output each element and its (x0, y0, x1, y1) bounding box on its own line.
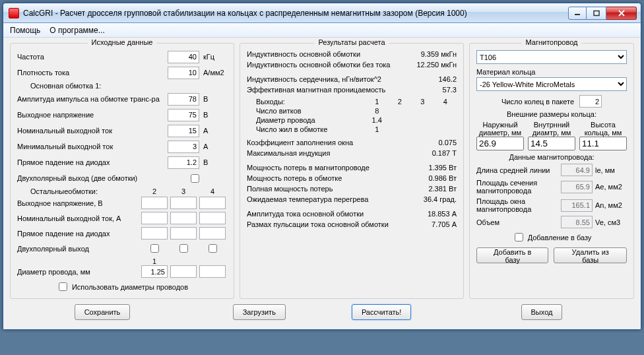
calc-button[interactable]: Рассчитать! (352, 304, 411, 320)
res-ptot: 2.381 Вт (410, 185, 457, 193)
exit-button[interactable]: Выход (521, 304, 563, 320)
bipolar-checkbox[interactable] (191, 174, 199, 183)
iout-input[interactable] (168, 125, 199, 137)
ovd-4[interactable] (199, 227, 226, 240)
primary-winding-head: Основная обмотка 1: (17, 82, 227, 90)
add-db-checkbox[interactable] (515, 233, 523, 242)
h-input (579, 137, 627, 150)
res-L0: 12.250 мкГн (410, 61, 457, 69)
ovo-3[interactable] (170, 197, 197, 209)
obip-3[interactable] (179, 244, 188, 253)
od-input (476, 137, 524, 150)
ext-sizes-head: Внешние размеры кольца: (476, 110, 627, 118)
res-mu: 57.3 (410, 86, 457, 94)
add-db-label: Добавление в базу (528, 234, 592, 242)
id-input (528, 137, 575, 150)
iout-label: Номинальный выходной ток (17, 127, 168, 135)
obip-label: Двухполярный выход (17, 245, 140, 253)
material-select[interactable]: -26 Yellow-White MicroMetals (476, 77, 627, 91)
material-label: Материал кольца (476, 68, 627, 76)
oin-4[interactable] (199, 212, 226, 224)
group-input-title: Исходные данные (88, 38, 157, 46)
amp-label: Амплитуда импульса на обмотке транс-ра (17, 95, 168, 103)
load-button[interactable]: Загрузить (233, 304, 286, 320)
vout-input[interactable] (168, 109, 199, 121)
ve-input (561, 216, 593, 228)
ovo-2[interactable] (141, 197, 168, 209)
res-fill: 0.075 (410, 139, 457, 146)
use-diam-checkbox[interactable] (59, 282, 67, 291)
obip-2[interactable] (150, 244, 159, 253)
dw-2[interactable] (170, 265, 197, 278)
group-input: Исходные данные Частота кГц Плотность то… (10, 43, 234, 299)
stack-input[interactable] (579, 95, 602, 108)
vdiode-label: Прямое падение на диодах (17, 158, 168, 166)
others-head: Остальныеобмотки: (17, 187, 140, 195)
le-input (561, 164, 593, 176)
ae-input (561, 181, 593, 193)
freq-label: Частота (17, 53, 168, 61)
vdiode-input[interactable] (168, 156, 199, 169)
amp-input[interactable] (168, 93, 199, 106)
res-pwnd: 0.986 Вт (410, 174, 457, 182)
group-core-title: Магнитопровод (522, 38, 582, 46)
app-icon (9, 8, 19, 18)
core-select[interactable]: T106 (476, 50, 627, 64)
ovd-label: Прямое падение на диодах (17, 230, 140, 238)
dw-3[interactable] (199, 265, 226, 278)
stack-label: Число колец в пакете (501, 98, 574, 106)
group-results: Результаты расчета Индуктивность основно… (240, 43, 464, 299)
ovd-3[interactable] (170, 227, 197, 240)
menu-about[interactable]: О программе... (49, 26, 104, 35)
freq-input[interactable] (168, 51, 199, 63)
oin-2[interactable] (141, 212, 168, 224)
oin-label: Номинальный выходной ток, А (17, 214, 140, 222)
an-input (561, 199, 593, 212)
res-dt: 36.4 град. (410, 195, 457, 203)
res-pcore: 1.395 Вт (410, 164, 457, 172)
freq-unit: кГц (203, 53, 227, 61)
density-input[interactable] (168, 67, 199, 79)
res-L: 9.359 мкГн (410, 50, 457, 58)
ovd-2[interactable] (141, 227, 168, 240)
del-from-db-button[interactable]: Удалить из базы (554, 247, 627, 263)
app-window: CalcGRI - Расчет дросселя групповой стаб… (3, 3, 641, 330)
density-label: Плотность тока (17, 69, 168, 77)
oin-3[interactable] (170, 212, 197, 224)
vout-label: Выходное напряжение (17, 111, 168, 119)
res-irip: 7.705 А (410, 220, 457, 228)
titlebar[interactable]: CalcGRI - Расчет дросселя групповой стаб… (3, 3, 641, 23)
close-button[interactable] (606, 7, 637, 20)
dw-label: Диаметр провода, мм (17, 268, 140, 276)
menu-help[interactable]: Помощь (10, 26, 40, 35)
core-data-head: Данные магнитопровода: (476, 153, 627, 161)
save-button[interactable]: Сохранить (75, 304, 131, 320)
bipolar-label: Двухполярный выход (две обмотки) (17, 174, 188, 182)
ovo-label: Выходное напряжение, В (17, 199, 140, 207)
add-to-db-button[interactable]: Добавить в базу (476, 247, 548, 263)
minimize-button[interactable] (568, 7, 587, 20)
window-title: CalcGRI - Расчет дросселя групповой стаб… (23, 9, 568, 18)
maximize-button[interactable] (587, 7, 606, 20)
res-ipk: 18.853 А (410, 210, 457, 218)
group-results-title: Результаты расчета (314, 38, 389, 46)
imin-label: Минимальный выходной ток (17, 143, 168, 150)
ovo-4[interactable] (199, 197, 226, 209)
menubar: Помощь О программе... (3, 23, 641, 38)
obip-4[interactable] (209, 244, 217, 253)
dw-col-num: 1 (140, 257, 169, 265)
use-diam-label: Использовать диаметры проводов (72, 283, 188, 291)
dw-1[interactable] (141, 265, 168, 278)
svg-rect-1 (594, 11, 599, 15)
group-core: Магнитопровод T106 Материал кольца -26 Y… (469, 43, 634, 299)
density-unit: А/мм2 (203, 69, 227, 77)
imin-input[interactable] (168, 141, 199, 153)
res-bmax: 0.187 Т (410, 149, 457, 157)
res-Al: 146.2 (410, 75, 457, 83)
